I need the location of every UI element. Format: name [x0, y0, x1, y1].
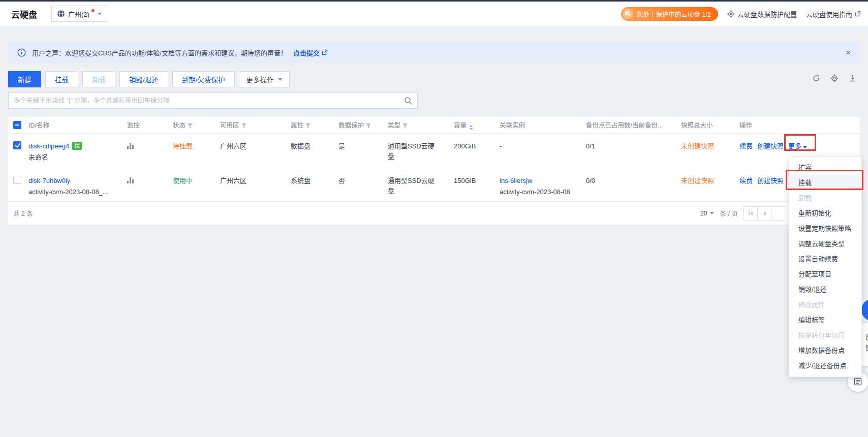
- instance-name: activity-cvm-2023-08-08: [500, 187, 581, 197]
- protect-cell: 是: [338, 133, 388, 168]
- col-header-status: 状态: [173, 117, 220, 133]
- menu-item-edit-tags[interactable]: 编辑标签: [789, 313, 861, 328]
- zone-cell: 广州六区: [220, 168, 291, 201]
- total-count: 共 2 条: [13, 208, 33, 218]
- filter-icon[interactable]: [188, 123, 193, 128]
- col-header-monitor: 监控: [127, 117, 173, 133]
- info-icon: [17, 48, 26, 57]
- data-protection-config-label: 云硬盘数据防护配置: [737, 9, 797, 19]
- capacity-cell: 200GiB: [454, 133, 500, 168]
- menu-item-destroy[interactable]: 销毁/退还: [789, 282, 861, 297]
- more-link[interactable]: 更多: [788, 142, 807, 150]
- settings-gear-icon[interactable]: [830, 74, 839, 84]
- data-protection-config-link[interactable]: 云硬盘数据防护配置: [727, 9, 797, 19]
- status-badge: 待挂载: [173, 142, 193, 150]
- table-footer: 共 2 条 20 条 / 页: [8, 202, 860, 225]
- prev-page-button[interactable]: [757, 206, 771, 221]
- more-actions-button[interactable]: 更多操作: [239, 71, 290, 87]
- search-icon[interactable]: [404, 97, 413, 107]
- protected-disks-label: 您处于保护中的云硬盘 1/2: [637, 9, 711, 19]
- col-header-zone: 可用区: [220, 117, 291, 133]
- select-all-checkbox[interactable]: [13, 121, 21, 129]
- table-row: disk-cdipeeg4保 未命名 待挂载 广州六区 数据盘 是 通用型SSD…: [8, 133, 860, 168]
- instance-link[interactable]: ins-6ilersjw: [500, 177, 532, 184]
- protected-disks-badge[interactable]: 您处于保护中的云硬盘 1/2: [621, 7, 718, 21]
- refresh-icon[interactable]: [812, 74, 820, 84]
- menu-item-assign-project[interactable]: 分配至项目: [789, 267, 861, 282]
- menu-item-attach[interactable]: 挂载: [789, 175, 861, 191]
- page-size-select[interactable]: 20: [700, 210, 714, 217]
- create-snapshot-link[interactable]: 创建快照: [757, 142, 784, 150]
- filter-icon[interactable]: [366, 123, 371, 128]
- menu-item-snapshot-policy[interactable]: 设置定期快照策略: [789, 221, 861, 236]
- menu-item-add-backup-point[interactable]: 增加数据备份点: [789, 343, 861, 358]
- list-icon: [853, 377, 862, 386]
- table-row: disk-7uhbw0iy activity-cvm-2023-08-08_..…: [8, 168, 860, 201]
- monitor-chart-icon[interactable]: [127, 177, 134, 183]
- banner-text: 用户之声：欢迎您提交CBS产品的功能/体验/文档等方面的需求和建议，期待您的声音…: [32, 48, 287, 57]
- col-header-instance: 关联实例: [500, 117, 586, 133]
- table-header-row: ID/名称 监控 状态 可用区 属性 数据保护 类型 容量 关联实例 备份点已占…: [8, 117, 860, 133]
- instance-cell: -: [500, 133, 586, 168]
- attr-cell: 数据盘: [291, 133, 338, 168]
- protection-box-icon: [623, 9, 633, 19]
- page-number-box[interactable]: [771, 206, 785, 221]
- region-selector[interactable]: 广州(2): [51, 6, 107, 22]
- menu-item-adjust-type[interactable]: 调整云硬盘类型: [789, 236, 861, 252]
- disk-table: ID/名称 监控 状态 可用区 属性 数据保护 类型 容量 关联实例 备份点已占…: [8, 117, 860, 202]
- search-input[interactable]: [9, 93, 417, 108]
- chevron-down-icon: [278, 78, 282, 81]
- backup-cell: 0/0: [586, 168, 681, 201]
- attach-button[interactable]: 挂载: [45, 71, 78, 87]
- submit-feedback-link[interactable]: 点击提交: [293, 48, 328, 57]
- floating-help-button[interactable]: [861, 299, 868, 321]
- type-cell: 通用型SSD云硬盘: [388, 141, 438, 162]
- renew-link[interactable]: 续费: [739, 142, 753, 150]
- sort-icon[interactable]: [469, 125, 473, 130]
- snapshot-cell: 未创建快照: [681, 142, 714, 150]
- col-header-ops: 操作: [739, 117, 860, 133]
- attr-cell: 系统盘: [291, 168, 338, 201]
- filter-icon[interactable]: [402, 123, 408, 128]
- first-page-button[interactable]: [743, 206, 758, 221]
- more-actions-label: 更多操作: [246, 74, 274, 84]
- menu-item-detach[interactable]: 卸载: [789, 191, 861, 206]
- protection-badge: 保: [72, 142, 82, 150]
- create-button[interactable]: 新建: [8, 71, 41, 87]
- action-toolbar: 新建 挂载 卸载 销毁/退还 到期/欠费保护 更多操作: [8, 71, 290, 87]
- region-notification-dot: [91, 9, 95, 12]
- usage-guide-label: 云硬盘使用指南: [806, 9, 852, 19]
- zone-cell: 广州六区: [220, 133, 291, 168]
- filter-icon[interactable]: [241, 123, 246, 128]
- chevron-down-icon: [710, 212, 714, 214]
- menu-item-expand[interactable]: 扩容: [789, 160, 861, 175]
- col-header-type: 类型: [388, 117, 454, 133]
- usage-guide-link[interactable]: 云硬盘使用指南: [806, 9, 861, 19]
- close-icon[interactable]: ×: [846, 48, 851, 57]
- renew-link[interactable]: 续费: [739, 177, 753, 184]
- feedback-label: 反馈: [863, 333, 868, 356]
- snapshot-cell: 未创建快照: [681, 177, 714, 184]
- col-header-id: ID/名称: [28, 117, 127, 133]
- disk-id-link[interactable]: disk-cdipeeg4: [28, 142, 69, 150]
- expiry-protection-button[interactable]: 到期/欠费保护: [172, 71, 235, 87]
- menu-item-reduce-backup-point[interactable]: 减少/退还备份点: [789, 358, 861, 373]
- external-link-icon: [855, 11, 861, 17]
- row-checkbox[interactable]: [13, 141, 21, 149]
- row-checkbox[interactable]: [13, 176, 21, 184]
- menu-item-modify-attr[interactable]: 修改属性: [789, 297, 861, 313]
- page-size-value: 20: [700, 210, 707, 217]
- menu-item-to-monthly[interactable]: 按量转包年包月: [789, 328, 861, 343]
- per-page-label: 条 / 页: [720, 208, 738, 218]
- download-icon[interactable]: [849, 74, 857, 84]
- chevron-down-icon: [803, 146, 807, 148]
- menu-item-reinitialize[interactable]: 重新初始化: [789, 206, 861, 221]
- disk-id-link[interactable]: disk-7uhbw0iy: [28, 177, 70, 184]
- destroy-return-button[interactable]: 销毁/退还: [119, 71, 168, 87]
- create-snapshot-link[interactable]: 创建快照: [757, 177, 784, 184]
- monitor-chart-icon[interactable]: [127, 143, 134, 149]
- col-header-attr: 属性: [291, 117, 338, 133]
- menu-item-auto-renew[interactable]: 设置自动续费: [789, 252, 861, 267]
- detach-button[interactable]: 卸载: [82, 71, 115, 87]
- filter-icon[interactable]: [305, 123, 311, 128]
